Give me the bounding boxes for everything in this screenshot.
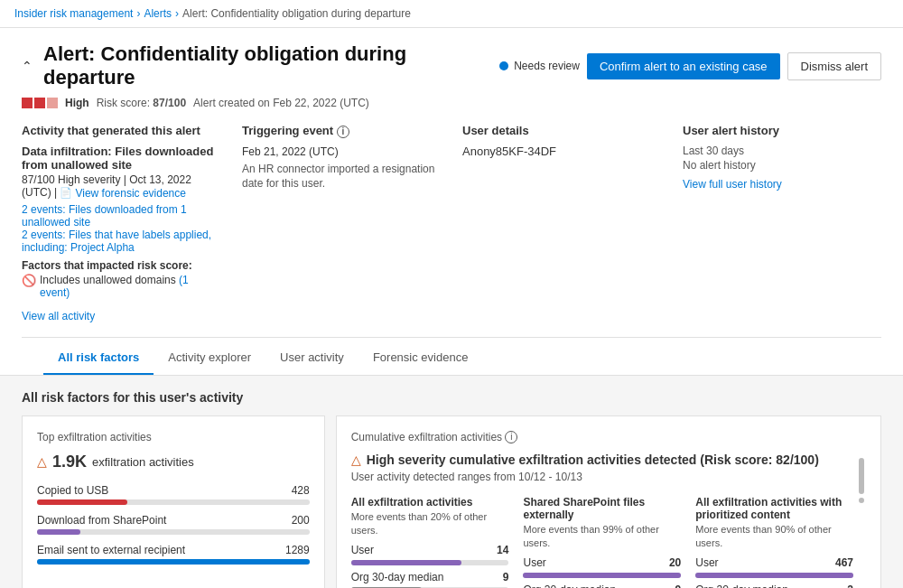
tabs-section: All risk factors Activity explorer User … — [22, 337, 881, 375]
event-2-link[interactable]: 2 events: Files that have labels applied… — [22, 229, 220, 254]
factors-title: Factors that impacted risk score: — [22, 259, 220, 272]
cumul-stat-median-2: Org 30-day median 2 — [695, 583, 853, 588]
top-exfil-panel: Top exfiltration activities △ 1.9K exfil… — [22, 415, 325, 589]
bar-track-2 — [37, 559, 310, 565]
dismiss-alert-button[interactable]: Dismiss alert — [787, 52, 881, 80]
activity-col-2: Triggering event i Feb 21, 2022 (UTC) An… — [242, 124, 441, 322]
cumul-bar-user-0 — [351, 560, 509, 565]
cumul-col-2: All exfiltration activities with priorit… — [695, 496, 853, 588]
no-entry-icon: 🚫 — [22, 274, 36, 287]
activity-col-3: User details Anony85KF-34DF — [462, 124, 661, 322]
risk-level-label: High — [65, 97, 89, 109]
breadcrumb-item-3: Alert: Confidentiality obligation during… — [182, 7, 411, 20]
factor-1-item: 🚫 Includes unallowed domains (1 event) — [22, 274, 220, 299]
cumul-col-0-desc: More events than 20% of other users. — [351, 510, 509, 537]
forensic-evidence-link[interactable]: 📄 View forensic evidence — [60, 187, 186, 200]
activity-col-1-title: Activity that generated this alert — [22, 124, 220, 137]
bar-fill-2 — [37, 559, 310, 565]
risk-sq-3 — [47, 98, 58, 108]
tab-activity-explorer[interactable]: Activity explorer — [154, 341, 265, 375]
triggering-desc: An HR connector imported a resignation d… — [242, 162, 441, 192]
risk-date: Alert created on Feb 22, 2022 (UTC) — [193, 97, 369, 109]
bar-item-1: Download from SharePoint 200 — [37, 514, 310, 535]
factor-1-text: Includes unallowed domains (1 event) — [40, 274, 220, 299]
cumul-exfil-panel: Cumulative exfiltration activities i △ H… — [336, 415, 881, 589]
event-1-link[interactable]: 2 events: Files downloaded from 1 unallo… — [22, 203, 220, 229]
bar-name-2: Email sent to external recipient — [37, 544, 185, 556]
cumul-stat-median-0: Org 30-day median 9 — [351, 571, 509, 583]
cumul-bar-user-1 — [523, 573, 681, 578]
bar-track-1 — [37, 529, 310, 535]
tab-all-risk-factors[interactable]: All risk factors — [43, 341, 154, 375]
triggering-date: Feb 21, 2022 (UTC) — [242, 145, 441, 158]
risk-factors-section: All risk factors for this user's activit… — [0, 376, 903, 589]
bar-label-1: Download from SharePoint 200 — [37, 514, 310, 527]
cumul-header: △ High severity cumulative exfiltration … — [351, 453, 853, 467]
risk-score-label: Risk score: 87/100 — [97, 97, 186, 109]
risk-sq-2 — [34, 98, 45, 108]
bar-value-2: 1289 — [285, 544, 310, 556]
cumul-stat-median-1: Org 30-day median 9 — [523, 583, 681, 588]
needs-review-badge: Needs review — [499, 60, 580, 72]
view-full-history-link[interactable]: View full user history — [683, 178, 782, 191]
bar-label-0: Copied to USB 428 — [37, 484, 310, 497]
tab-forensic-evidence[interactable]: Forensic evidence — [358, 341, 483, 375]
cumul-warning-title: High severity cumulative exfiltration ac… — [367, 453, 819, 467]
history-period: Last 30 days — [683, 145, 881, 157]
breadcrumb-sep-1: › — [136, 7, 140, 20]
bar-track-0 — [37, 499, 310, 505]
cumul-warning-icon: △ — [351, 453, 361, 467]
warning-icon: △ — [37, 454, 47, 469]
needs-review-dot — [499, 61, 508, 70]
view-all-activity-link[interactable]: View all activity — [22, 310, 220, 322]
bar-label-2: Email sent to external recipient 1289 — [37, 544, 310, 556]
cumul-col-0-title: All exfiltration activities — [351, 496, 509, 509]
exfil-number: 1.9K — [52, 453, 87, 471]
activity-col-4: User alert history Last 30 days No alert… — [683, 124, 881, 322]
bar-value-1: 200 — [292, 514, 310, 527]
no-history-text: No alert history — [683, 159, 881, 172]
cumul-cols: All exfiltration activities More events … — [351, 496, 853, 588]
tabs-row: All risk factors Activity explorer User … — [43, 341, 860, 375]
page-title: Alert: Confidentiality obligation during… — [43, 42, 489, 89]
user-history-title: User alert history — [683, 124, 881, 137]
exfil-count: △ 1.9K exfiltration activities — [37, 453, 310, 471]
breadcrumb-item-1[interactable]: Insider risk management — [14, 7, 133, 20]
bar-name-0: Copied to USB — [37, 484, 108, 497]
needs-review-label: Needs review — [514, 60, 580, 72]
cumul-col-1-title: Shared SharePoint files externally — [523, 496, 681, 521]
collapse-button[interactable]: ⌃ — [22, 59, 33, 73]
cumul-stat-user-0: User 14 — [351, 544, 509, 556]
risk-sq-1 — [22, 98, 33, 108]
triggering-event-title: Triggering event i — [242, 124, 441, 138]
breadcrumb: Insider risk management › Alerts › Alert… — [0, 0, 903, 28]
user-details-title: User details — [462, 124, 661, 137]
cumul-col-1: Shared SharePoint files externally More … — [523, 496, 681, 588]
cumul-bar-user-2 — [695, 573, 853, 578]
bar-item-2: Email sent to external recipient 1289 — [37, 544, 310, 565]
top-exfil-title: Top exfiltration activities — [37, 431, 310, 443]
bar-fill-1 — [37, 529, 80, 535]
triggering-info-icon[interactable]: i — [337, 126, 349, 138]
risk-factors-title: All risk factors for this user's activit… — [22, 390, 881, 405]
risk-squares — [22, 98, 58, 108]
main-header: ⌃ Alert: Confidentiality obligation duri… — [0, 28, 903, 376]
cumul-stat-user-1: User 20 — [523, 556, 681, 569]
tab-user-activity[interactable]: User activity — [265, 341, 358, 375]
cumul-col-2-title: All exfiltration activities with priorit… — [695, 496, 853, 521]
header-actions: Needs review Confirm alert to an existin… — [499, 52, 881, 80]
activity-subtitle: 87/100 High severity | Oct 13, 2022 (UTC… — [22, 173, 220, 200]
exfil-count-label: exfiltration activities — [92, 455, 194, 469]
activity-data-title: Data infiltration: Files downloaded from… — [22, 145, 220, 172]
user-id: Anony85KF-34DF — [462, 145, 661, 158]
breadcrumb-item-2[interactable]: Alerts — [144, 7, 172, 20]
cumul-col-0: All exfiltration activities More events … — [351, 496, 509, 588]
risk-info-bar: High Risk score: 87/100 Alert created on… — [22, 97, 881, 109]
bar-value-0: 428 — [292, 484, 310, 497]
cumul-col-2-desc: More events than 90% of other users. — [695, 523, 853, 549]
cumul-info-icon[interactable]: i — [505, 431, 517, 443]
activity-section: Activity that generated this alert Data … — [22, 124, 881, 337]
panels-row: Top exfiltration activities △ 1.9K exfil… — [22, 415, 881, 589]
bar-item-0: Copied to USB 428 — [37, 484, 310, 505]
confirm-alert-button[interactable]: Confirm alert to an existing case — [587, 53, 780, 79]
